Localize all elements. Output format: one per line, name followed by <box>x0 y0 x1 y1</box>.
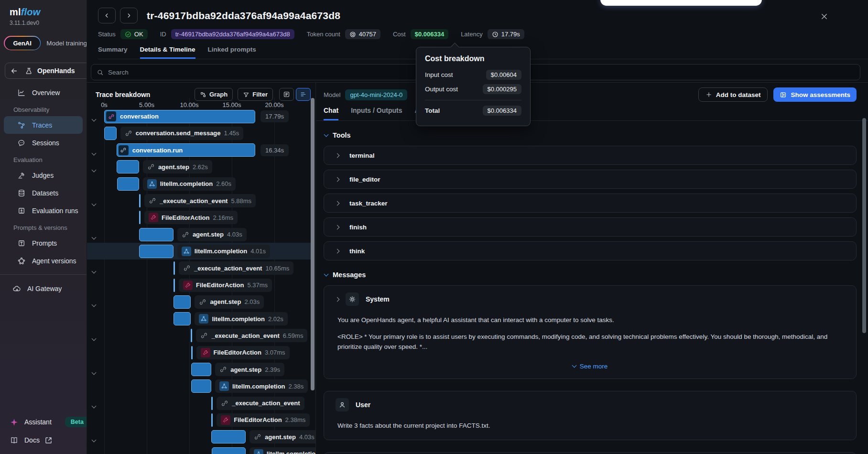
sidebar-item-agent-versions[interactable]: Agent versions <box>4 252 83 270</box>
tool-card-task-tracker[interactable]: task_tracker <box>324 194 857 213</box>
details-scrollbar[interactable] <box>862 118 866 333</box>
cost-badge[interactable]: $0.006334 <box>411 29 448 39</box>
span-bar[interactable] <box>139 228 174 241</box>
span-label[interactable]: agent.step4.03s <box>177 228 247 241</box>
latency-badge[interactable]: 17.79s <box>488 29 524 39</box>
expand-chevron[interactable] <box>92 401 97 406</box>
span-bar[interactable] <box>211 430 246 443</box>
close-button[interactable] <box>817 10 831 23</box>
tab-linked-prompts[interactable]: Linked prompts <box>208 46 256 59</box>
span-label[interactable]: litellm.completion2.02s <box>195 312 287 325</box>
tool-card-finish[interactable]: finish <box>324 217 857 237</box>
tab-genai[interactable]: GenAI <box>4 36 41 50</box>
span-label[interactable]: agent.step4.03s <box>250 430 315 443</box>
expand-chevron[interactable] <box>92 435 97 440</box>
span-row-conversation-run[interactable]: conversation.run16.34s <box>87 142 311 159</box>
span-label[interactable]: agent.step2.03s <box>195 295 264 309</box>
prev-trace-button[interactable] <box>98 8 116 23</box>
span-row-fileeditoraction[interactable]: FileEditorAction2.38ms <box>87 411 311 428</box>
back-arrow-icon[interactable] <box>10 67 18 75</box>
span-row-litellm-completion[interactable]: litellm.completion2.60s <box>87 175 311 192</box>
span-row-fileeditoraction[interactable]: FileEditorAction5.37ms <box>87 277 311 293</box>
span-bar[interactable] <box>139 245 173 258</box>
span-label[interactable]: agent.step2.39s <box>215 363 284 376</box>
status-badge[interactable]: OK <box>120 29 148 39</box>
span-label[interactable]: _execute_action_event5.88ms <box>144 194 256 207</box>
sidebar-item-traces[interactable]: Traces <box>4 116 83 134</box>
details-tab-chat[interactable]: Chat <box>324 107 338 120</box>
show-assessments-button[interactable]: Show assessments <box>773 87 857 102</box>
span-row-litellm-completion[interactable]: litellm.completion <box>87 445 311 454</box>
sidebar-item-judges[interactable]: Judges <box>4 166 83 184</box>
tool-card-file-editor[interactable]: file_editor <box>324 170 857 189</box>
span-bar[interactable] <box>191 363 212 376</box>
sidebar-item-datasets[interactable]: Datasets <box>4 184 83 202</box>
sidebar-item-ai-gateway[interactable]: AI Gateway <box>4 280 83 297</box>
span-label[interactable]: _execute_action_event <box>217 397 304 410</box>
span-label[interactable]: FileEditorAction5.37ms <box>179 279 272 292</box>
span-row-agent-step[interactable]: agent.step4.03s <box>87 429 311 445</box>
span-bar[interactable] <box>139 194 141 207</box>
span-label[interactable]: _execute_action_event10.65ms <box>179 261 293 275</box>
span-row-litellm-completion[interactable]: litellm.completion2.02s <box>87 311 311 327</box>
span-label[interactable]: _execute_action_event6.59ms <box>196 329 307 342</box>
tab-model-training[interactable]: Model training <box>46 40 87 47</box>
span-row-litellm-completion[interactable]: litellm.completion2.38s <box>87 378 311 395</box>
span-row-fileeditoraction[interactable]: FileEditorAction3.07ms <box>87 344 311 361</box>
token-count-badge[interactable]: 40757 <box>345 29 380 39</box>
span-row-fileeditoraction[interactable]: FileEditorAction2.16ms <box>87 209 311 226</box>
sidebar-item-overview[interactable]: Overview <box>4 84 83 101</box>
span-bar[interactable] <box>174 312 191 325</box>
span-label[interactable]: FileEditorAction2.16ms <box>144 211 238 224</box>
span-bar[interactable] <box>117 160 139 173</box>
span-label[interactable]: litellm.completion2.38s <box>215 379 308 393</box>
sidebar-item-sessions[interactable]: Sessions <box>4 134 83 151</box>
tools-section-header[interactable]: Tools <box>325 131 857 139</box>
next-trace-button[interactable] <box>120 8 138 23</box>
span-bar[interactable] <box>117 177 139 191</box>
span-bar[interactable] <box>191 379 211 393</box>
span-bar[interactable] <box>174 295 191 309</box>
system-message-header[interactable]: System <box>336 292 845 306</box>
expand-chevron[interactable] <box>92 300 97 304</box>
span-row-execute-action-event[interactable]: _execute_action_event <box>87 395 311 411</box>
expand-chevron[interactable] <box>92 148 97 153</box>
expand-chevron[interactable] <box>92 232 97 237</box>
tab-details-timeline[interactable]: Details & Timeline <box>140 46 195 59</box>
see-more-link[interactable]: See more <box>336 363 845 370</box>
span-bar[interactable] <box>104 127 117 140</box>
span-bar[interactable] <box>174 279 175 292</box>
span-row-litellm-completion[interactable]: litellm.completion4.01s <box>87 243 311 259</box>
messages-section-header[interactable]: Messages <box>325 271 857 279</box>
span-label[interactable]: FileEditorAction3.07ms <box>196 346 290 359</box>
sidebar-item-prompts[interactable]: Prompts <box>4 234 83 252</box>
tool-card-think[interactable]: think <box>324 241 857 260</box>
span-bar[interactable] <box>211 413 213 427</box>
sidebar-item-evaluation-runs[interactable]: Evaluation runs <box>4 202 83 219</box>
span-row-agent-step[interactable]: agent.step4.03s <box>87 226 311 243</box>
tab-summary[interactable]: Summary <box>98 46 128 59</box>
span-label[interactable]: litellm.completion2.60s <box>143 177 236 191</box>
span-bar[interactable] <box>191 346 193 359</box>
span-bar[interactable] <box>191 329 192 342</box>
workspace-selector[interactable]: OpenHands <box>5 63 87 79</box>
expand-chevron[interactable] <box>92 368 97 372</box>
span-row-execute-action-event[interactable]: _execute_action_event6.59ms <box>87 327 311 344</box>
add-to-dataset-button[interactable]: Add to dataset <box>698 87 768 102</box>
span-bar[interactable]: conversation.run <box>117 143 256 157</box>
expand-chevron[interactable] <box>92 266 97 271</box>
span-row-conversation-send-message[interactable]: conversation.send_message1.45s <box>87 125 311 141</box>
span-bar[interactable] <box>174 261 175 275</box>
details-tab-inputs-outputs[interactable]: Inputs / Outputs <box>351 107 402 120</box>
span-row-agent-step[interactable]: agent.step2.03s <box>87 293 311 310</box>
span-bar[interactable] <box>211 397 213 410</box>
sidebar-item-assistant[interactable]: Assistant Beta <box>0 413 87 431</box>
tool-card-terminal[interactable]: terminal <box>324 146 857 165</box>
span-row-conversation[interactable]: conversation17.79s <box>87 108 311 125</box>
trace-id-badge[interactable]: tr-46917bdba92dda376af94a99a4a673d8 <box>171 29 294 39</box>
expand-chevron[interactable] <box>92 334 97 338</box>
user-message-header[interactable]: User <box>336 398 845 411</box>
expand-chevron[interactable] <box>92 165 97 170</box>
span-label[interactable]: agent.step2.62s <box>143 160 212 173</box>
span-label[interactable]: FileEditorAction2.38ms <box>217 413 310 427</box>
